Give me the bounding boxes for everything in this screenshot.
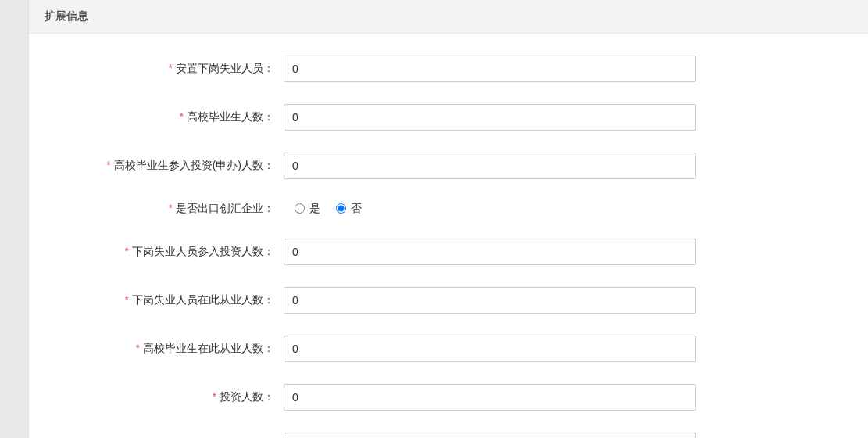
field-label: *下岗失业人员在此从业人数： — [37, 293, 284, 308]
employee-count-input[interactable] — [284, 433, 696, 438]
laid-off-placement-input[interactable] — [284, 56, 696, 82]
field-control — [284, 153, 696, 179]
radio-no-input[interactable] — [336, 203, 346, 214]
laid-off-investors-input[interactable] — [284, 239, 696, 265]
field-control — [284, 287, 696, 314]
form-row-laid-off-placement: *安置下岗失业人员： — [37, 56, 860, 82]
radio-option-no[interactable]: 否 — [336, 202, 362, 216]
graduate-employed-input[interactable] — [284, 336, 696, 362]
field-control — [284, 336, 696, 362]
field-label: *是否出口创汇企业： — [37, 201, 284, 217]
required-star-icon: * — [169, 202, 173, 214]
form-row-export-enterprise: *是否出口创汇企业： 是 否 — [37, 201, 860, 217]
field-label: *投资人数： — [37, 390, 284, 405]
field-label: *高校毕业生参入投资(申办)人数： — [37, 158, 284, 174]
required-star-icon: * — [125, 245, 129, 257]
form-row-laid-off-employed: *下岗失业人员在此从业人数： — [37, 287, 860, 314]
form-container: 扩展信息 *安置下岗失业人员： *高校毕业生人数： *高校毕业生参入投资(申办)… — [28, 0, 868, 438]
required-star-icon: * — [213, 390, 216, 403]
radio-yes-input[interactable] — [295, 203, 305, 214]
required-star-icon: * — [125, 293, 129, 306]
laid-off-employed-input[interactable] — [284, 287, 696, 314]
field-control: 是 否 — [284, 202, 696, 216]
section-title: 扩展信息 — [45, 9, 88, 22]
form-row-college-graduates: *高校毕业生人数： — [37, 104, 860, 131]
export-enterprise-radio-group: 是 否 — [284, 202, 696, 216]
field-label: *下岗失业人员参入投资人数： — [37, 244, 284, 260]
radio-option-yes[interactable]: 是 — [295, 202, 320, 216]
form-row-investor-count: *投资人数： — [37, 384, 860, 411]
form-row-laid-off-investors: *下岗失业人员参入投资人数： — [37, 239, 860, 265]
field-control — [284, 56, 696, 82]
field-label: *高校毕业生人数： — [37, 110, 284, 125]
radio-yes-label: 是 — [309, 202, 320, 216]
section-header: 扩展信息 — [29, 0, 868, 34]
form-row-employee-count: *雇工人数： — [37, 433, 860, 438]
college-graduates-input[interactable] — [284, 104, 696, 131]
field-label: *高校毕业生在此从业人数： — [37, 341, 284, 357]
field-control — [284, 104, 696, 131]
field-control — [284, 433, 696, 438]
required-star-icon: * — [106, 159, 110, 171]
required-star-icon: * — [169, 62, 173, 74]
radio-no-label: 否 — [351, 202, 362, 216]
form-body: *安置下岗失业人员： *高校毕业生人数： *高校毕业生参入投资(申办)人数： — [29, 34, 868, 438]
graduate-investors-input[interactable] — [284, 153, 696, 179]
required-star-icon: * — [136, 342, 140, 354]
field-label: *安置下岗失业人员： — [37, 61, 284, 77]
form-row-graduate-investors: *高校毕业生参入投资(申办)人数： — [37, 153, 860, 179]
field-control — [284, 239, 696, 265]
form-row-graduate-employed: *高校毕业生在此从业人数： — [37, 336, 860, 362]
required-star-icon: * — [180, 110, 184, 123]
investor-count-input[interactable] — [284, 384, 696, 411]
field-control — [284, 384, 696, 411]
